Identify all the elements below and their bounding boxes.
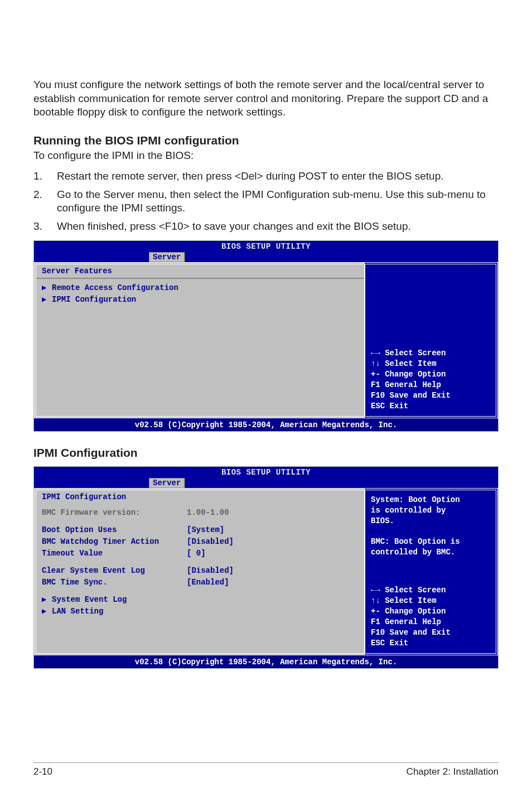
bios-topbar: BIOS SETUP UTILITY Server <box>34 467 498 488</box>
bios-field-label: Timeout Value <box>42 548 187 559</box>
bios-field-label: BMC Time Sync. <box>42 577 187 588</box>
step-number: 3. <box>33 220 57 234</box>
bios-title: BIOS SETUP UTILITY <box>221 468 311 477</box>
bios-title: BIOS SETUP UTILITY <box>221 242 311 251</box>
bios-section-title: IPMI Configuration <box>36 492 364 504</box>
step-number: 1. <box>33 170 57 183</box>
bios-field-value: [ 0] <box>187 548 359 559</box>
bios-left-panel: Server Features ▶ Remote Access Configur… <box>34 262 364 418</box>
bios-row-clear-event-log[interactable]: Clear System Event Log [Disabled] <box>42 565 359 577</box>
submenu-arrow-icon: ▶ <box>42 294 52 306</box>
step-item: 2.Go to the Server menu, then select the… <box>33 188 499 215</box>
step-item: 3.When finished, press <F10> to save you… <box>33 220 499 234</box>
help-key-line: F1 General Help <box>371 617 490 627</box>
bios-row-bmc-time-sync[interactable]: BMC Time Sync. [Enabled] <box>42 577 359 588</box>
bios-help-panel: System: Boot Option is controlled by BIO… <box>364 488 498 655</box>
bios-tab-server[interactable]: Server <box>149 478 185 488</box>
bios-menu-ipmi-config[interactable]: ▶ IPMI Configuration <box>42 294 359 306</box>
step-text: Go to the Server menu, then select the I… <box>57 188 499 215</box>
section-running-bios-heading: Running the BIOS IPMI configuration <box>33 134 499 147</box>
bios-field-value: [System] <box>187 524 359 536</box>
bios-footer: v02.58 (C)Copyright 1985-2004, American … <box>34 418 498 431</box>
step-text: Restart the remote server, then press <D… <box>57 170 444 183</box>
help-key-line: F10 Save and Exit <box>371 627 490 638</box>
help-key-line: ESC Exit <box>371 638 490 649</box>
submenu-arrow-icon: ▶ <box>42 606 52 617</box>
help-key-line: ↑↓ Select Item <box>371 359 490 369</box>
bios-body: IPMI Configuration BMC Firmware version:… <box>34 488 498 655</box>
help-key-line: +- Change Option <box>371 606 490 617</box>
help-key-line: F1 General Help <box>371 380 490 390</box>
submenu-arrow-icon: ▶ <box>42 594 52 606</box>
bios-menu-label: LAN Setting <box>52 606 103 617</box>
bios-screenshot-server-features: BIOS SETUP UTILITY Server Server Feature… <box>33 240 499 432</box>
bios-field-label: BMC Firmware version: <box>42 507 187 519</box>
bios-submenu-system-event-log[interactable]: ▶ System Event Log <box>42 594 359 606</box>
bios-left-panel: IPMI Configuration BMC Firmware version:… <box>34 488 364 655</box>
step-text: When finished, press <F10> to save your … <box>57 220 411 234</box>
help-text-line <box>371 526 490 537</box>
bios-field-value: [Enabled] <box>187 577 359 588</box>
intro-text: You must configure the network settings … <box>33 78 499 119</box>
help-key-line: ESC Exit <box>371 401 490 412</box>
help-text-line: System: Boot Option <box>371 495 490 505</box>
bios-key-help: ←→ Select Screen ↑↓ Select Item +- Chang… <box>371 585 490 648</box>
bios-row-watchdog-timer[interactable]: BMC Watchdog Timer Action [Disabled] <box>42 536 359 548</box>
bios-row-boot-option-uses[interactable]: Boot Option Uses [System] <box>42 524 359 536</box>
steps-list: 1.Restart the remote server, then press … <box>33 170 499 234</box>
submenu-arrow-icon: ▶ <box>42 282 52 294</box>
page-number: 2-10 <box>33 766 52 777</box>
bios-screenshot-ipmi-config: BIOS SETUP UTILITY Server IPMI Configura… <box>33 466 499 669</box>
help-key-line: F10 Save and Exit <box>371 390 490 401</box>
help-text-line: is controlled by <box>371 505 490 516</box>
bios-key-help: ←→ Select Screen ↑↓ Select Item +- Chang… <box>371 348 490 411</box>
help-text-line: BMC: Boot Option is <box>371 537 490 547</box>
bios-topbar: BIOS SETUP UTILITY Server <box>34 241 498 262</box>
help-text-line: controlled by BMC. <box>371 547 490 558</box>
help-key-line: +- Change Option <box>371 369 490 380</box>
section-lead: To configure the IPMI in the BIOS: <box>33 149 499 162</box>
help-text-line: BIOS. <box>371 516 490 526</box>
bios-field-value: [Disabled] <box>187 536 359 548</box>
bios-menu-remote-access[interactable]: ▶ Remote Access Configuration <box>42 282 359 294</box>
bios-body: Server Features ▶ Remote Access Configur… <box>34 262 498 418</box>
chapter-label: Chapter 2: Installation <box>407 766 499 777</box>
bios-menu-label: Remote Access Configuration <box>52 282 178 294</box>
bios-row-firmware-version: BMC Firmware version: 1.00-1.00 <box>42 507 359 519</box>
bios-field-label: BMC Watchdog Timer Action <box>42 536 187 548</box>
bios-menu-label: IPMI Configuration <box>52 294 136 306</box>
bios-help-top: System: Boot Option is controlled by BIO… <box>371 495 490 558</box>
bios-section-title: Server Features <box>36 267 364 279</box>
help-key-line: ←→ Select Screen <box>371 585 490 596</box>
help-key-line: ↑↓ Select Item <box>371 596 490 606</box>
help-key-line: ←→ Select Screen <box>371 348 490 359</box>
bios-help-panel: ←→ Select Screen ↑↓ Select Item +- Chang… <box>364 262 498 418</box>
step-item: 1.Restart the remote server, then press … <box>33 170 499 183</box>
bios-field-label: Boot Option Uses <box>42 524 187 536</box>
section-ipmi-config-heading: IPMI Configuration <box>33 446 499 460</box>
bios-footer: v02.58 (C)Copyright 1985-2004, American … <box>34 655 498 668</box>
bios-row-timeout-value[interactable]: Timeout Value [ 0] <box>42 548 359 559</box>
bios-field-value: 1.00-1.00 <box>187 507 359 519</box>
bios-tab-server[interactable]: Server <box>149 252 185 262</box>
bios-menu-label: System Event Log <box>52 594 127 606</box>
bios-field-label: Clear System Event Log <box>42 565 187 577</box>
page-footer: 2-10 Chapter 2: Installation <box>33 762 499 777</box>
bios-submenu-lan-setting[interactable]: ▶ LAN Setting <box>42 606 359 617</box>
bios-field-value: [Disabled] <box>187 565 359 577</box>
step-number: 2. <box>33 188 57 215</box>
